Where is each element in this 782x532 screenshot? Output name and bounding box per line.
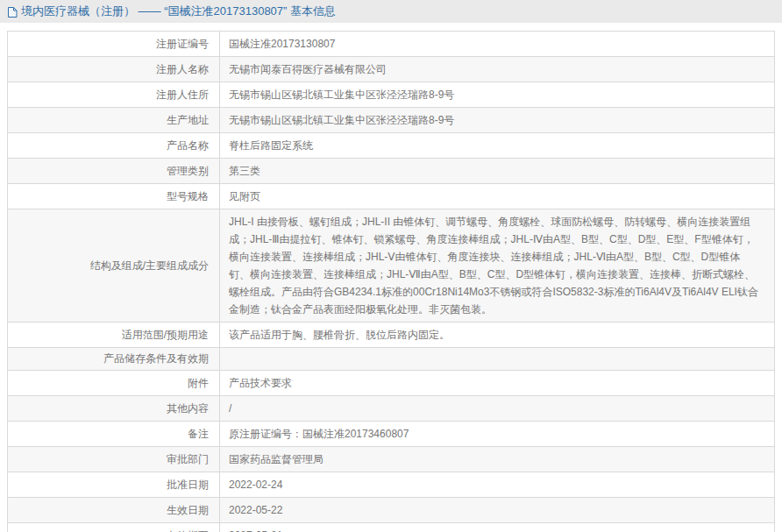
table-row: 备注 原注册证编号：国械注准20173460807 xyxy=(8,422,775,447)
row-value: 脊柱后路固定系统 xyxy=(220,133,775,159)
row-value-text: 产品技术要求 xyxy=(229,377,292,389)
row-label-text: 审批部门 xyxy=(167,453,209,465)
row-label: 管理类别 xyxy=(8,159,220,184)
row-value: 无锡市闻泰百得医疗器械有限公司 xyxy=(220,57,775,82)
table-row: 审批部门 国家药品监督管理局 xyxy=(8,447,775,472)
table-row: 结构及组成/主要组成成分 JHL-I 由接骨板、螺钉组成；JHL-II 由锥体钉… xyxy=(8,209,775,323)
row-value: 第三类 xyxy=(220,159,775,184)
row-label-text: 注册人名称 xyxy=(156,63,209,75)
row-label-text: 附件 xyxy=(188,377,209,389)
row-label-text: 其他内容 xyxy=(167,402,209,415)
row-label: 结构及组成/主要组成成分 xyxy=(8,209,220,323)
row-label: 审批部门 xyxy=(8,447,220,472)
info-table: 注册证编号 国械注准20173130807 注册人名称 无锡市闻泰百得医疗器械有… xyxy=(7,31,775,532)
row-label-text: 生产地址 xyxy=(167,114,209,126)
row-label-text: 注册人住所 xyxy=(156,89,209,101)
row-label: 适用范围/预期用途 xyxy=(8,323,220,348)
row-value: JHL-I 由接骨板、螺钉组成；JHL-II 由锥体钉、调节螺母、角度螺栓、球面… xyxy=(220,209,775,323)
row-value-text: 2022-05-22 xyxy=(229,504,282,516)
row-value: 2022-05-22 xyxy=(220,498,775,523)
row-label-text: 有效期至 xyxy=(167,529,209,532)
table-row: 适用范围/预期用途 该产品适用于胸、腰椎骨折、脱位后路内固定。 xyxy=(8,323,775,348)
table-row: 型号规格 见附页 xyxy=(8,184,775,209)
row-label-text: 备注 xyxy=(188,428,209,440)
row-value: 2027-05-21 xyxy=(220,523,775,532)
table-row: 产品储存条件及有效期 xyxy=(8,348,775,371)
row-label-text: 批准日期 xyxy=(167,479,209,491)
row-label: 注册证编号 xyxy=(8,32,220,57)
row-value-text: 见附页 xyxy=(229,190,260,202)
page-title: 境内医疗器械（注册） —— “国械注准20173130807” 基本信息 xyxy=(21,4,336,19)
row-value: 原注册证编号：国械注准20173460807 xyxy=(220,422,775,447)
row-label: 附件 xyxy=(8,371,220,396)
table-row: 有效期至 2027-05-21 xyxy=(8,523,775,532)
row-label-text: 管理类别 xyxy=(167,165,209,177)
table-row: 注册人名称 无锡市闻泰百得医疗器械有限公司 xyxy=(8,57,775,82)
table-row: 生产地址 无锡市锡山区锡北镇工业集中区张泾泾瑞路8-9号 xyxy=(8,108,775,133)
row-label-text: 产品名称 xyxy=(167,139,209,152)
row-value-text: 无锡市闻泰百得医疗器械有限公司 xyxy=(229,63,387,75)
row-value: 国械注准20173130807 xyxy=(220,32,775,57)
document-icon xyxy=(7,6,18,18)
row-label: 批准日期 xyxy=(8,472,220,498)
row-label-text: 结构及组成/主要组成成分 xyxy=(90,259,209,272)
table-row: 产品名称 脊柱后路固定系统 xyxy=(8,133,775,159)
table-row: 注册人住所 无锡市锡山区锡北镇工业集中区张泾泾瑞路8-9号 xyxy=(8,82,775,108)
row-value xyxy=(220,348,775,371)
row-label: 型号规格 xyxy=(8,184,220,209)
row-value-text: JHL-I 由接骨板、螺钉组成；JHL-II 由锥体钉、调节螺母、角度螺栓、球面… xyxy=(229,216,758,316)
table-row: 其他内容 / xyxy=(8,396,775,422)
row-value-text: 无锡市锡山区锡北镇工业集中区张泾泾瑞路8-9号 xyxy=(229,89,454,101)
row-value: 无锡市锡山区锡北镇工业集中区张泾泾瑞路8-9号 xyxy=(220,108,775,133)
row-value-text: 无锡市锡山区锡北镇工业集中区张泾泾瑞路8-9号 xyxy=(229,114,454,126)
row-label-text: 注册证编号 xyxy=(156,38,209,50)
row-value-text: 原注册证编号：国械注准20173460807 xyxy=(229,428,409,440)
row-label: 备注 xyxy=(8,422,220,447)
table-row: 附件 产品技术要求 xyxy=(8,371,775,396)
row-value: 见附页 xyxy=(220,184,775,209)
row-value: / xyxy=(220,396,775,422)
table-row: 注册证编号 国械注准20173130807 xyxy=(8,32,775,57)
row-value: 无锡市锡山区锡北镇工业集中区张泾泾瑞路8-9号 xyxy=(220,82,775,108)
row-label: 生产地址 xyxy=(8,108,220,133)
row-value: 2022-02-24 xyxy=(220,472,775,498)
table-row: 批准日期 2022-02-24 xyxy=(8,472,775,498)
row-label-text: 型号规格 xyxy=(167,190,209,202)
row-label: 注册人名称 xyxy=(8,57,220,82)
row-value: 该产品适用于胸、腰椎骨折、脱位后路内固定。 xyxy=(220,323,775,348)
row-value-text: 2022-02-24 xyxy=(229,479,282,491)
row-value: 国家药品监督管理局 xyxy=(220,447,775,472)
header-bar: 境内医疗器械（注册） —— “国械注准20173130807” 基本信息 xyxy=(0,0,782,23)
row-label: 其他内容 xyxy=(8,396,220,422)
table-row: 管理类别 第三类 xyxy=(8,159,775,184)
row-label-text: 适用范围/预期用途 xyxy=(122,329,209,341)
row-value-text: 国家药品监督管理局 xyxy=(229,453,323,465)
row-label: 产品储存条件及有效期 xyxy=(8,348,220,371)
row-label: 生效日期 xyxy=(8,498,220,523)
row-label-text: 产品储存条件及有效期 xyxy=(103,352,209,365)
row-label: 产品名称 xyxy=(8,133,220,159)
row-value-text: 脊柱后路固定系统 xyxy=(229,139,313,152)
row-label: 注册人住所 xyxy=(8,82,220,108)
row-value-text: 国械注准20173130807 xyxy=(229,38,335,50)
row-value-text: / xyxy=(229,402,231,415)
row-value: 产品技术要求 xyxy=(220,371,775,396)
table-row: 生效日期 2022-05-22 xyxy=(8,498,775,523)
row-value-text: 该产品适用于胸、腰椎骨折、脱位后路内固定。 xyxy=(229,329,450,341)
row-label: 有效期至 xyxy=(8,523,220,532)
row-label-text: 生效日期 xyxy=(167,504,209,516)
row-value-text: 第三类 xyxy=(229,165,260,177)
